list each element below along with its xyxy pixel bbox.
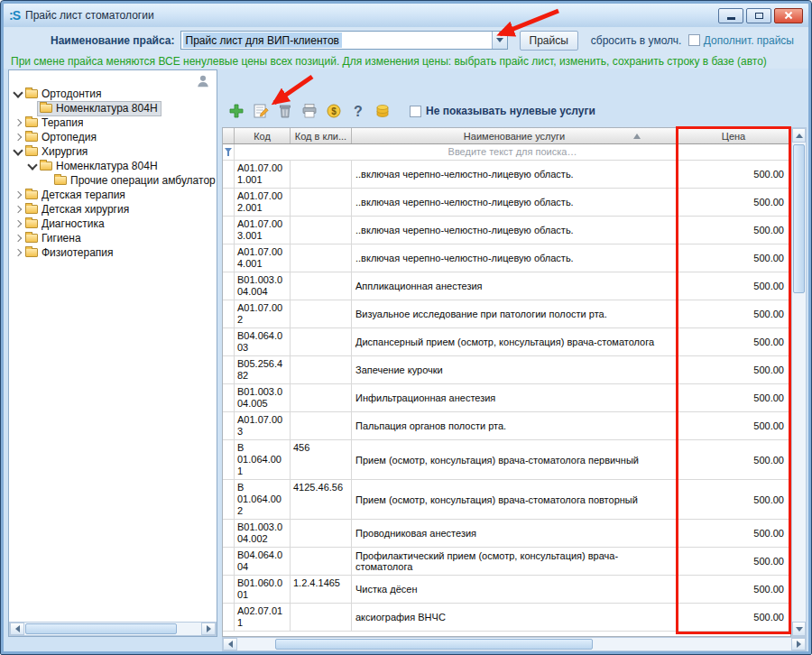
code-cell[interactable]: A01.07.004.001 (235, 244, 291, 272)
scrollbar-thumb[interactable] (793, 144, 805, 293)
clinic-code-cell[interactable]: 1.2.4.1465 (291, 576, 352, 603)
tree-item[interactable]: Гигиена (9, 231, 217, 245)
combobox-dropdown-button[interactable] (492, 32, 507, 49)
chevron-collapsed-icon[interactable] (13, 189, 23, 200)
service-cell[interactable]: Чистка дёсен (352, 576, 678, 603)
chevron-collapsed-icon[interactable] (13, 117, 23, 128)
chevron-expanded-icon[interactable] (27, 161, 38, 171)
clinic-code-cell[interactable] (291, 161, 352, 188)
row-indicator-cell[interactable] (223, 548, 235, 575)
scrollbar-track[interactable] (24, 623, 201, 635)
service-cell[interactable]: Профилактический прием (осмотр, консульт… (352, 548, 678, 575)
code-cell[interactable]: B01.003.004.002 (235, 520, 291, 547)
price-cell[interactable]: 500.00 (678, 300, 790, 328)
table-row[interactable]: A01.07.001.001..включая черепно-челюстно… (223, 161, 790, 189)
service-cell[interactable]: Визуальное исследование при патологии по… (352, 300, 678, 328)
row-indicator-cell[interactable] (223, 328, 235, 355)
checkbox-icon[interactable] (688, 34, 700, 46)
prices-button[interactable]: Прайсы (520, 31, 578, 51)
scroll-right-button[interactable] (791, 638, 806, 650)
service-cell[interactable]: ..включая черепно-челюстно-лицевую облас… (352, 244, 678, 272)
code-cell[interactable]: B04.064.004 (235, 548, 291, 575)
tree-item[interactable]: Ортодонтия (9, 87, 217, 101)
scroll-down-button[interactable] (792, 622, 806, 636)
code-cell[interactable]: A01.07.002 (235, 300, 291, 328)
price-cell[interactable]: 500.00 (678, 217, 790, 244)
service-cell[interactable]: Проводниковая анестезия (352, 520, 678, 547)
close-button[interactable] (774, 8, 803, 23)
clinic-code-cell[interactable] (291, 217, 352, 244)
header-clinic-code[interactable]: Код в кли... (291, 128, 352, 143)
service-cell[interactable]: ..включая черепно-челюстно-лицевую облас… (352, 189, 678, 216)
scroll-left-button[interactable] (10, 623, 24, 635)
table-row[interactable]: B05.256.482Запечение курочки500.00 (223, 356, 790, 384)
coins-button[interactable] (373, 101, 392, 121)
header-service[interactable]: Наименование услуги (352, 128, 678, 143)
code-cell[interactable]: A01.07.003 (235, 412, 291, 439)
chevron-expanded-icon[interactable] (13, 146, 23, 157)
row-indicator-cell[interactable] (223, 161, 235, 188)
clinic-code-cell[interactable] (291, 604, 352, 631)
filter-row[interactable]: Введите текст для поиска… (223, 144, 790, 161)
code-cell[interactable]: B01.003.004.004 (235, 272, 291, 300)
checkbox-icon[interactable] (410, 106, 421, 117)
service-cell[interactable]: Пальпация органов полости рта. (352, 412, 678, 439)
row-indicator-cell[interactable] (223, 440, 235, 479)
clinic-code-cell[interactable] (291, 520, 352, 547)
table-row[interactable]: A02.07.011аксиография ВНЧС500.00 (223, 604, 790, 632)
price-cell[interactable]: 500.00 (678, 272, 790, 300)
row-indicator-cell[interactable] (223, 300, 235, 328)
tree-horizontal-scrollbar[interactable] (9, 622, 217, 636)
service-cell[interactable]: ..включая черепно-челюстно-лицевую облас… (352, 161, 678, 188)
clinic-code-cell[interactable] (291, 244, 352, 272)
table-row[interactable]: B01.003.004.002Проводниковая анестезия50… (223, 520, 790, 548)
table-row[interactable]: A01.07.003Пальпация органов полости рта.… (223, 412, 790, 440)
row-indicator-cell[interactable] (223, 244, 235, 272)
code-cell[interactable]: A02.07.011 (235, 604, 291, 631)
tree-item[interactable]: Хирургия (9, 144, 217, 159)
scrollbar-track[interactable] (792, 143, 806, 622)
tree-item[interactable]: Физиотерапия (9, 245, 217, 260)
service-cell[interactable]: Аппликационная анестезия (352, 272, 678, 300)
price-list-combobox[interactable]: Прайс лист для ВИП-клиентов (180, 31, 508, 50)
chevron-collapsed-icon[interactable] (13, 218, 23, 229)
scrollbar-thumb[interactable] (275, 639, 593, 650)
reset-default-label[interactable]: сбросить в умолч. (591, 34, 682, 47)
table-row[interactable]: A01.07.004.001..включая черепно-челюстно… (223, 244, 790, 272)
row-indicator-cell[interactable] (223, 356, 235, 383)
add-button[interactable] (226, 101, 246, 121)
tree-item[interactable]: Детская хирургия (9, 202, 217, 217)
row-indicator-cell[interactable] (223, 272, 235, 300)
clinic-code-cell[interactable] (291, 412, 352, 439)
chevron-collapsed-icon[interactable] (13, 247, 23, 258)
service-cell[interactable]: аксиография ВНЧС (352, 604, 678, 631)
edit-button[interactable] (251, 101, 271, 121)
price-cell[interactable]: 500.00 (678, 480, 790, 519)
table-row[interactable]: B01.003.004.004Аппликационная анестезия5… (223, 272, 790, 300)
table-row[interactable]: A01.07.002.001..включая черепно-челюстно… (223, 189, 790, 217)
price-cell[interactable]: 500.00 (678, 189, 790, 216)
tree-item[interactable]: Номенклатура 804Н (9, 101, 217, 115)
code-cell[interactable]: B01.003.004.005 (235, 384, 291, 411)
service-cell[interactable]: ..включая черепно-челюстно-лицевую облас… (352, 217, 678, 244)
row-indicator-cell[interactable] (223, 576, 235, 603)
clinic-code-cell[interactable] (291, 272, 352, 300)
table-row[interactable]: B01.003.004.005Инфильтрационная анестези… (223, 384, 790, 412)
tree-item[interactable]: Терапия (9, 115, 217, 130)
table-row[interactable]: B 01.064.0024125.46.56Прием (осмотр, кон… (223, 480, 790, 520)
row-indicator-cell[interactable] (223, 480, 235, 519)
tree-item[interactable]: Номенклатура 804Н (9, 159, 217, 173)
tree-item[interactable]: Ортопедия (9, 130, 217, 144)
scroll-right-button[interactable] (201, 623, 216, 635)
header-code[interactable]: Код (235, 128, 291, 143)
clinic-code-cell[interactable] (291, 548, 352, 575)
table-row[interactable]: A01.07.002Визуальное исследование при па… (223, 300, 790, 328)
tree-item[interactable]: Прочие операции амбулатор (9, 173, 217, 188)
clinic-code-cell[interactable] (291, 189, 352, 216)
clinic-code-cell[interactable]: 4125.46.56 (291, 480, 352, 519)
service-cell[interactable]: Прием (осмотр, консультация) врача-стома… (352, 480, 678, 519)
chevron-collapsed-icon[interactable] (13, 132, 23, 143)
code-cell[interactable]: B01.060.001 (235, 576, 291, 603)
tree-item[interactable]: Детская терапия (9, 188, 217, 202)
clinic-code-cell[interactable] (291, 300, 352, 328)
